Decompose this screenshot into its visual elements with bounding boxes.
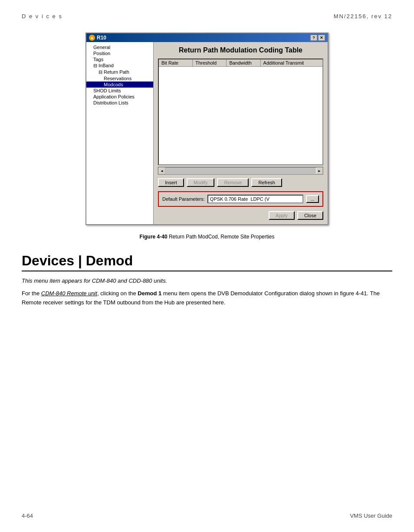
- dialog-app-icon: ▲: [89, 35, 95, 41]
- scroll-left-arrow[interactable]: ◄: [158, 167, 165, 174]
- demod1-bold: Demod 1: [138, 290, 161, 297]
- figure-caption-bold: Figure 4-40: [140, 234, 168, 240]
- figure-caption: Figure 4-40 Return Path ModCod, Remote S…: [22, 234, 392, 240]
- section-heading: Devices | Demod: [22, 253, 392, 271]
- remove-button[interactable]: Remove: [217, 178, 249, 187]
- default-params-input[interactable]: [207, 195, 303, 203]
- tree-item-position[interactable]: Position: [86, 50, 153, 56]
- titlebar-left: ▲ R10: [89, 35, 106, 41]
- tree-item-reservations[interactable]: Reservations: [86, 75, 153, 82]
- col-addltransmit: Additional Transmit: [261, 59, 322, 66]
- tree-item-shodlimits[interactable]: SHOD Limits: [86, 88, 153, 94]
- screenshot-container: ▲ R10 ? ✕ General Position Tags ⊟ InBand…: [22, 33, 392, 225]
- scroll-track[interactable]: [165, 167, 316, 174]
- tree-item-tags[interactable]: Tags: [86, 56, 153, 62]
- dialog-controls[interactable]: ? ✕: [310, 35, 325, 41]
- col-bandwidth: Bandwidth: [227, 59, 260, 66]
- bottom-buttons: Apply Close: [158, 211, 323, 220]
- tree-item-inband[interactable]: ⊟ InBand: [86, 62, 153, 69]
- header-left: D e v i c e s: [22, 13, 62, 20]
- tree-panel: General Position Tags ⊟ InBand ⊟ Return …: [86, 42, 154, 224]
- horizontal-scrollbar[interactable]: ◄ ►: [158, 167, 323, 175]
- dots-button[interactable]: ...: [306, 195, 319, 203]
- refresh-button[interactable]: Refresh: [251, 178, 282, 187]
- tree-item-modcods[interactable]: Modcods: [86, 82, 153, 88]
- dialog-window: ▲ R10 ? ✕ General Position Tags ⊟ InBand…: [85, 33, 329, 225]
- modify-button[interactable]: Modify: [187, 178, 214, 187]
- cdm840-link: CDM-840 Remote unit: [41, 290, 97, 297]
- insert-button[interactable]: Insert: [158, 178, 184, 187]
- page-footer: 4-64 VMS User Guide: [22, 512, 392, 519]
- col-bitrate: Bit Rate: [159, 59, 193, 66]
- default-params-label: Default Parameters:: [162, 196, 205, 202]
- body-paragraph: For the CDM-840 Remote unit, clicking on…: [22, 289, 392, 307]
- table-header: Bit Rate Threshold Bandwidth Additional …: [159, 59, 322, 67]
- table-container: Bit Rate Threshold Bandwidth Additional …: [158, 59, 323, 165]
- page-content: ▲ R10 ? ✕ General Position Tags ⊟ InBand…: [0, 24, 414, 312]
- table-body: [159, 67, 322, 164]
- tree-item-distlists[interactable]: Distribution Lists: [86, 100, 153, 106]
- dialog-body: General Position Tags ⊟ InBand ⊟ Return …: [86, 42, 328, 224]
- tree-item-returnpath[interactable]: ⊟ Return Path: [86, 69, 153, 75]
- figure-caption-text: Return Path ModCod, Remote Site Properti…: [169, 234, 274, 240]
- action-buttons: Insert Modify Remove Refresh: [158, 178, 323, 187]
- help-button[interactable]: ?: [310, 35, 317, 41]
- close-bottom-button[interactable]: Close: [297, 211, 323, 220]
- footer-right: VMS User Guide: [350, 512, 392, 519]
- tree-item-apppolicies[interactable]: Application Policies: [86, 94, 153, 100]
- footer-left: 4-64: [22, 512, 33, 519]
- close-button[interactable]: ✕: [318, 35, 325, 41]
- tree-item-general[interactable]: General: [86, 44, 153, 50]
- dialog-titlebar: ▲ R10 ? ✕: [86, 33, 328, 42]
- content-panel: Return Path Modulation Coding Table Bit …: [154, 42, 328, 224]
- scroll-right-arrow[interactable]: ►: [316, 167, 323, 174]
- italic-paragraph: This menu item appears for CDM-840 and C…: [22, 277, 392, 284]
- page-header: D e v i c e s MN/22156, rev 12: [0, 0, 414, 24]
- apply-button[interactable]: Apply: [269, 211, 295, 220]
- panel-title: Return Path Modulation Coding Table: [158, 46, 323, 54]
- header-right: MN/22156, rev 12: [334, 13, 392, 20]
- col-threshold: Threshold: [193, 59, 227, 66]
- dialog-title: R10: [97, 35, 106, 41]
- default-params-section: Default Parameters: ...: [158, 191, 323, 207]
